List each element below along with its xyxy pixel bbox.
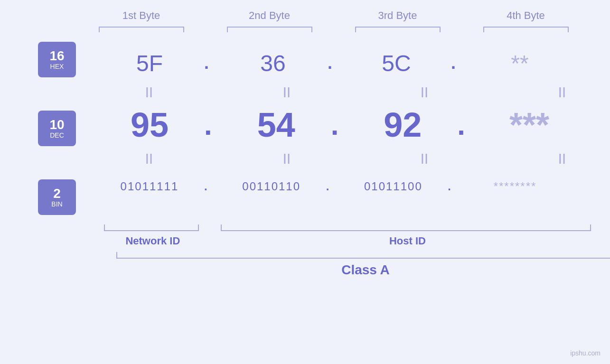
dec-number: 10 xyxy=(49,118,64,131)
dec-b1-value: 95 xyxy=(131,105,169,144)
main-container: 1st Byte 2nd Byte 3rd Byte 4th Byte 16 H… xyxy=(0,0,610,364)
bottom-label-row: Network ID Host ID xyxy=(90,235,591,247)
eq-4b: || xyxy=(559,152,566,164)
bin-b1-value: 01011111 xyxy=(121,180,179,193)
bin-row: 01011111 . 00110110 . 01011100 . *******… xyxy=(85,165,610,208)
bin-cell-4: ******** xyxy=(451,180,579,193)
eq-cell-4b: || xyxy=(498,152,610,164)
eq-cell-3b: || xyxy=(361,152,489,164)
rows-container: 5F . 36 . 5C . ** || || xyxy=(85,42,610,220)
hex-number: 16 xyxy=(49,49,64,63)
base-labels: 16 HEX 10 DEC 2 BIN xyxy=(38,42,85,220)
eq-3b: || xyxy=(421,152,429,164)
eq-cell-4a: || xyxy=(498,85,610,98)
network-bracket-container xyxy=(90,224,212,231)
byte-headers: 1st Byte 2nd Byte 3rd Byte 4th Byte xyxy=(19,9,591,22)
bin-cell-3: 01011100 xyxy=(329,180,457,193)
dec-cell-4: *** xyxy=(465,105,593,144)
eq-1a: || xyxy=(146,85,153,98)
eq-2a: || xyxy=(283,85,291,98)
dec-row: 95 . 54 . 92 . *** xyxy=(85,99,610,151)
hex-b4-value: ** xyxy=(511,50,528,76)
eq-cell-3a: || xyxy=(361,85,489,98)
bin-cell-2: 00110110 xyxy=(207,180,336,193)
eq-cell-1a: || xyxy=(85,85,214,98)
eq-3a: || xyxy=(421,85,429,98)
hex-cell-1: 5F xyxy=(85,50,214,76)
dec-b2-value: 54 xyxy=(257,105,295,144)
byte3-header: 3rd Byte xyxy=(334,9,462,22)
equals-row-2: || || || || xyxy=(85,151,610,165)
content-area: 16 HEX 10 DEC 2 BIN 5F . xyxy=(19,42,591,220)
bin-number: 2 xyxy=(53,187,61,200)
eq-4a: || xyxy=(559,85,566,98)
dec-label: DEC xyxy=(50,131,64,139)
network-id-label: Network ID xyxy=(90,235,216,247)
dec-badge: 10 DEC xyxy=(38,111,76,146)
eq-cell-2a: || xyxy=(223,85,351,98)
bin-b4-value: ******** xyxy=(494,180,537,193)
class-label: Class A xyxy=(90,262,610,278)
hex-label: HEX xyxy=(50,63,64,70)
host-id-label: Host ID xyxy=(224,235,591,247)
bottom-bracket-row xyxy=(90,224,591,231)
bracket-3 xyxy=(334,27,462,32)
bracket-1 xyxy=(77,27,206,32)
byte4-header: 4th Byte xyxy=(462,9,590,22)
hex-b2-value: 36 xyxy=(260,50,285,76)
eq-cell-1b: || xyxy=(85,152,214,164)
eq-1b: || xyxy=(146,152,153,164)
hex-b3-value: 5C xyxy=(382,50,411,76)
bin-b2-value: 00110110 xyxy=(242,180,300,193)
class-bracket-container xyxy=(90,252,610,259)
dec-cell-2: 54 xyxy=(212,105,340,144)
eq-2b: || xyxy=(283,152,291,164)
host-bracket-container xyxy=(221,224,591,231)
dec-b3-value: 92 xyxy=(384,105,422,144)
network-bracket-line xyxy=(104,224,199,231)
hex-cell-4: ** xyxy=(456,50,584,76)
byte1-header: 1st Byte xyxy=(77,9,206,22)
dec-cell-1: 95 xyxy=(85,105,214,144)
bracket-4 xyxy=(462,27,590,32)
eq-cell-2b: || xyxy=(223,152,351,164)
equals-row-1: || || || || xyxy=(85,84,610,99)
bin-cell-1: 01011111 xyxy=(85,180,214,193)
dec-cell-3: 92 xyxy=(338,105,467,144)
bin-badge: 2 BIN xyxy=(38,179,76,215)
host-bracket-line xyxy=(221,224,591,231)
hex-cell-2: 36 xyxy=(209,50,337,76)
hex-badge: 16 HEX xyxy=(38,42,76,77)
dec-b4-value: *** xyxy=(509,105,549,144)
hex-b1-value: 5F xyxy=(136,50,163,76)
bin-b3-value: 01011100 xyxy=(364,180,422,193)
hex-cell-3: 5C xyxy=(332,50,460,76)
watermark: ipshu.com xyxy=(570,349,601,357)
top-brackets xyxy=(20,27,590,32)
byte2-header: 2nd Byte xyxy=(206,9,334,22)
hex-row: 5F . 36 . 5C . ** xyxy=(85,42,610,84)
class-bracket-line xyxy=(116,252,610,259)
bin-label: BIN xyxy=(51,200,62,208)
bracket-2 xyxy=(206,27,334,32)
